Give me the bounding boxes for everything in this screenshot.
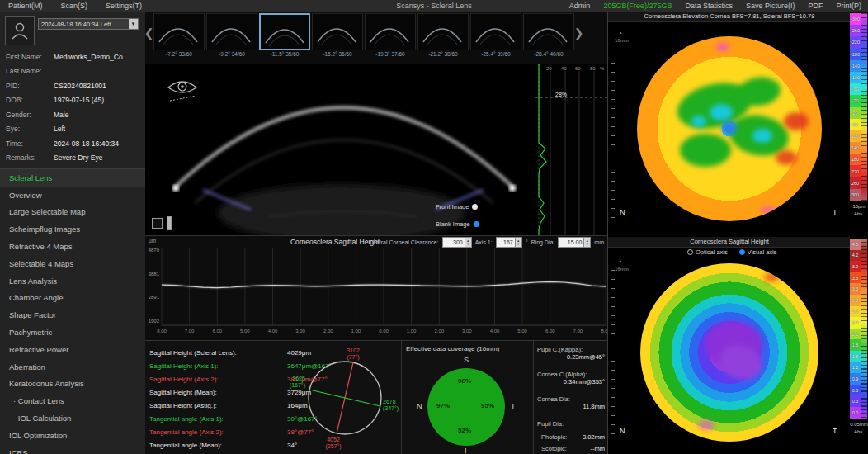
menu-print-p[interactable]: Print(P) [836,2,861,10]
menu-admin[interactable]: Admin [569,2,591,10]
thumbnail-label: -15.2° 36/60 [312,51,363,57]
sidebar-item-overview[interactable]: Overview [0,187,145,204]
sidebar-item-icrs[interactable]: ICRS [0,444,145,454]
sagittal-map-diameter: 16mm [615,267,629,272]
patient-field-time: Time:2024-08-18 16:40:34 [0,136,145,151]
sidebar-item-contact-lens[interactable]: · Contact Lens [0,392,145,409]
sagittal-map-ruler [611,270,615,435]
brightness-slider-button[interactable] [167,216,172,230]
sidebar-item-iol-optimization[interactable]: IOL Optimization [0,427,145,444]
sagittal-map-nasal-label: N [620,427,625,435]
coverage-letter-superior: S [464,356,469,364]
menu-scan-s[interactable]: Scan(S) [61,2,88,10]
thumbnail-image[interactable] [365,13,416,50]
bio-value: 0.23mm@45° [537,353,605,361]
colorbar-cell: 1.5 [850,351,861,362]
colorbar-cell: 2.7 [850,306,861,318]
field-value: CS20240821001 [54,82,106,90]
sidebar-nav: Scleral LensOverviewLarge Selectable Map… [0,168,145,454]
measurement-value: 3729μm [287,389,311,396]
scan-thumbnail-1[interactable]: -7.2° 33/60 [153,13,205,57]
thumbnail-image[interactable] [206,13,257,50]
sidebar-item-lens-analysis[interactable]: Lens Analysis [0,272,145,290]
thumbnail-image[interactable] [523,13,574,50]
scan-thumbnail-6[interactable]: -21.2° 38/60 [417,13,469,57]
x-tick: 2.00 [434,329,444,333]
field-label: Eye: [0,125,54,133]
scan-thumbnail-7[interactable]: -25.4° 39/60 [470,13,521,57]
field-label: First Name: [0,53,54,61]
colorbar-cell: -300 [850,13,861,25]
radio-optical-axis[interactable]: Optical axis [687,248,728,256]
blank-image-dot-icon[interactable] [474,221,479,227]
selection-tool-button[interactable] [152,218,163,229]
radio-dot-icon[interactable] [687,249,693,255]
sidebar-item-selectable-4-maps[interactable]: Selectable 4 Maps [0,255,145,272]
colorbar-cell: 4.5 [850,239,861,250]
thumbs-next-button[interactable]: ❯ [575,13,583,53]
thumbnail-image[interactable] [312,13,363,50]
blank-image-toggle[interactable]: Blank Image [436,220,479,228]
scan-thumbnail-5[interactable]: -19.3° 37/60 [365,13,416,57]
colorbar-cell: 2.4 [850,317,861,329]
scan-thumbnail-8[interactable]: -28.4° 40/60 [523,13,574,57]
sidebar-item-aberration[interactable]: Aberration [0,358,145,376]
menu-save-picture-i[interactable]: Save Picture(I) [746,2,795,10]
coverage-right-value: 95% [481,402,494,409]
thumbnail-label: -19.3° 37/60 [365,51,416,57]
scheimpflug-image: Front Image Blank Image [145,64,535,235]
measurement-label: Tangential angle (Axis 1): [149,415,287,423]
exam-selector-dropdown[interactable]: 2024-08-18 16:40:34 Left ▾ [38,18,139,30]
biometrics-panel: Pupil C.(Kappa):0.23mm@45°Cornea C.(Alph… [533,340,608,454]
thumbnail-image[interactable] [417,13,469,50]
y-tick: 1902 [145,319,159,324]
front-image-dot-icon[interactable] [472,204,478,210]
sagittal-measurements-panel: Sagittal Height (Scleral Lens):4029μmSag… [145,340,401,454]
menu-data-statistics[interactable]: Data Statistics [685,2,733,10]
colorbar-cells: -300-260-220-180-140-100-60-202060100140… [850,13,861,201]
sidebar-item-iol-calculation[interactable]: · IOL Calculation [0,409,145,427]
chevron-down-icon[interactable]: ▾ [129,19,138,29]
measurement-row-sagittal-height-astig: Sagittal Height (Astig.):164μm [149,399,308,412]
scansys-app: Patient(M)Scan(S)Settings(T) Scansys - S… [0,0,868,454]
sidebar-item-refractive-power[interactable]: Refractive Power [0,341,145,358]
thumbnail-image[interactable] [470,13,521,50]
thumbs-prev-button[interactable]: ❮ [145,13,153,53]
colorbar-gradient [861,239,867,419]
colorbar-cells: 4.54.23.93.63.33.02.72.42.11.81.51.20.90… [850,239,861,419]
sidebar-item-chamber-angle[interactable]: Chamber Angle [0,290,145,307]
x-tick: 4.00 [490,329,500,333]
patient-field-dob: DOB:1979-07-15 (45) [0,93,145,108]
sidebar-item-scheimpflug-images[interactable]: Scheimpflug Images [0,220,145,238]
scan-thumbnail-2[interactable]: -9.2° 34/60 [206,13,257,57]
menu-pdf[interactable]: PDF [808,2,823,10]
coverage-bottom-value: 52% [458,427,471,434]
coverage-top-value: 96% [458,377,471,385]
radio-visual-axis[interactable]: Visual axis [739,248,777,256]
coverage-panel: Effective data coverage (16mm) S I N T 9… [401,340,534,454]
sagittal-map-disc [640,263,818,442]
field-label: Gender: [0,111,54,119]
sidebar-item-pachymetric[interactable]: Pachymetric [0,324,145,341]
sidebar-item-shape-factor[interactable]: Shape Factor [0,306,145,324]
sidebar-item-large-selectable-map[interactable]: Large Selectable Map [0,204,145,221]
colorbar-cell: 1.2 [850,362,861,374]
sidebar-item-keratoconus-analysis[interactable]: Keratoconus Analysis [0,376,145,393]
person-icon [10,21,30,40]
menu-settings-t[interactable]: Settings(T) [106,2,142,10]
sagittal-map-panel: Corneosclera Sagittal Height Optical axi… [607,237,851,454]
front-image-toggle[interactable]: Front Image [436,203,478,210]
thumbnail-image[interactable] [153,13,205,50]
field-label: PID: [0,82,54,90]
menu-205gb-free-275gb[interactable]: 205GB(Free)/275GB [603,2,672,10]
menu-patient-m[interactable]: Patient(M) [8,2,43,10]
bio-label: Pupil Dia: [537,420,564,428]
radio-dot-icon[interactable] [739,249,745,255]
sidebar-item-scleral-lens[interactable]: Scleral Lens [0,169,145,187]
sidebar-item-refractive-4-maps[interactable]: Refractive 4 Maps [0,238,145,255]
bio-row-photopic: Photopic:3.02mm [537,433,605,441]
thumbnail-image[interactable] [259,13,310,50]
scan-thumbnail-3[interactable]: -11.5° 35/60 [259,13,310,57]
scan-thumbnail-4[interactable]: -15.2° 36/60 [312,13,363,57]
measurement-label: Sagittal Height (Mean): [149,389,287,396]
